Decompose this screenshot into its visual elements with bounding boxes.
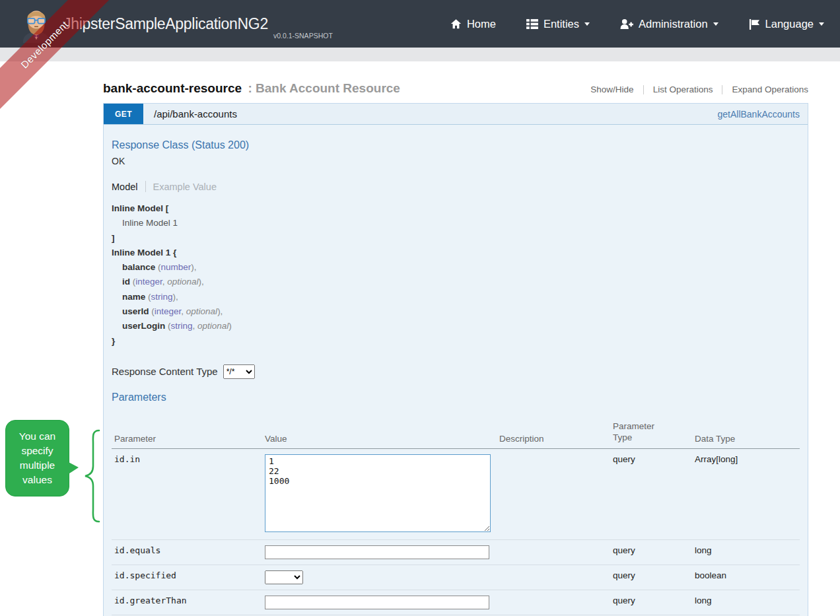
home-icon	[450, 18, 462, 30]
parameter-description	[497, 565, 610, 590]
parameter-value-cell	[262, 590, 497, 615]
flag-icon	[749, 18, 760, 30]
parameter-type: query	[610, 590, 692, 615]
schema-line: }	[112, 334, 800, 349]
nav-label: Home	[467, 18, 496, 30]
schema-line: ]	[112, 231, 800, 246]
nav-label: Language	[765, 18, 814, 30]
col-data-type: Data Type	[692, 417, 800, 448]
table-row: id.equalsquerylong	[112, 539, 800, 565]
multiple-values-tooltip: You can specify multiple values	[5, 420, 69, 496]
operation-nickname-link[interactable]: getAllBankAccounts	[717, 109, 800, 120]
nav-item-home[interactable]: Home	[450, 18, 496, 30]
id.equals-input[interactable]	[265, 545, 489, 559]
tab-example-value[interactable]: Example Value	[153, 182, 217, 192]
id.specified-select[interactable]	[265, 570, 303, 584]
nav-label: Administration	[639, 18, 708, 30]
response-content-type-select[interactable]: */*	[223, 364, 255, 379]
tooltip-tail	[67, 462, 79, 475]
data-type: long	[692, 539, 800, 565]
parameter-type: query	[610, 565, 692, 590]
parameters-table: Parameter Value Description Parameter Ty…	[112, 417, 800, 616]
schema-line: id (integer, optional),	[112, 275, 800, 289]
col-parameter: Parameter	[112, 417, 262, 448]
resource-header: bank-account-resource : Bank Account Res…	[103, 61, 808, 103]
parameter-name: id.greaterThan	[112, 590, 262, 615]
response-content-type-label: Response Content Type	[112, 366, 218, 377]
app-version: v0.0.1-SNAPSHOT	[273, 32, 333, 43]
schema-line: name (string),	[112, 290, 800, 304]
swagger-content: bank-account-resource : Bank Account Res…	[103, 61, 808, 616]
schema-line: balance (number),	[112, 260, 800, 275]
model-tabs: Model Example Value	[112, 181, 800, 192]
resource-id: bank-account-resource	[103, 81, 242, 95]
parameter-value-cell	[262, 448, 497, 539]
get-operation-panel: GET /api/bank-accounts getAllBankAccount…	[103, 103, 808, 616]
divider	[722, 85, 722, 94]
expand-operations-link[interactable]: Expand Operations	[732, 85, 808, 94]
id.greaterThan-input[interactable]	[265, 596, 489, 609]
data-type: boolean	[692, 565, 800, 590]
schema-line: Inline Model 1	[112, 216, 800, 230]
chevron-down-icon	[819, 22, 824, 28]
schema-line: userId (integer, optional),	[112, 304, 800, 319]
operation-content: Response Class (Status 200) OK Model Exa…	[104, 125, 808, 616]
jhipster-avatar-icon	[17, 5, 55, 43]
parameter-name: id.specified	[112, 565, 262, 590]
chevron-down-icon	[584, 22, 590, 28]
chevron-down-icon	[713, 22, 718, 28]
main-nav: Home Entities Administration	[450, 18, 824, 30]
app-title: JhipsterSampleApplicationNG2	[63, 15, 268, 33]
subnav-band	[0, 48, 840, 61]
schema-line: userLogin (string, optional)	[112, 319, 800, 333]
list-operations-link[interactable]: List Operations	[653, 85, 713, 94]
parameter-description	[497, 448, 610, 539]
parameters-header-row: Parameter Value Description Parameter Ty…	[112, 417, 800, 448]
schema-line: Inline Model [	[112, 201, 800, 216]
page-title: bank-account-resource : Bank Account Res…	[103, 81, 400, 96]
resource-links: Show/Hide List Operations Expand Operati…	[590, 85, 808, 94]
parameter-description	[497, 539, 610, 565]
table-row: id.inqueryArray[long]	[112, 448, 800, 539]
nav-item-language[interactable]: Language	[749, 18, 824, 30]
parameters-heading: Parameters	[112, 392, 800, 403]
tab-model[interactable]: Model	[112, 182, 138, 192]
divider	[643, 85, 644, 94]
brand[interactable]: JhipsterSampleApplicationNG2 v0.0.1-SNAP…	[17, 5, 333, 43]
list-icon	[526, 18, 538, 29]
nav-item-administration[interactable]: Administration	[620, 18, 718, 30]
response-content-type-row: Response Content Type */*	[112, 364, 800, 379]
parameter-description	[497, 590, 610, 615]
response-status-text: OK	[112, 156, 800, 166]
http-method-badge[interactable]: GET	[104, 104, 143, 124]
parameter-name: id.in	[112, 448, 262, 539]
model-schema: Inline Model [Inline Model 1]Inline Mode…	[112, 201, 800, 349]
parameter-type: query	[610, 448, 692, 539]
divider	[145, 181, 146, 192]
col-parameter-type: Parameter Type	[610, 417, 692, 448]
schema-line: Inline Model 1 {	[112, 246, 800, 260]
response-class-heading: Response Class (Status 200)	[112, 139, 800, 151]
data-type: long	[692, 590, 800, 615]
data-type: Array[long]	[692, 448, 800, 539]
parameter-type: query	[610, 539, 692, 565]
parameter-value-cell	[262, 565, 497, 590]
navbar: JhipsterSampleApplicationNG2 v0.0.1-SNAP…	[0, 0, 840, 48]
parameter-value-cell	[262, 539, 497, 565]
nav-item-entities[interactable]: Entities	[526, 18, 590, 30]
operation-path[interactable]: /api/bank-accounts	[154, 108, 237, 120]
table-row: id.specifiedqueryboolean	[112, 565, 800, 590]
show-hide-link[interactable]: Show/Hide	[590, 85, 633, 94]
id.in-textarea[interactable]	[265, 454, 491, 532]
col-value: Value	[262, 417, 497, 448]
tooltip-text: You can specify multiple values	[19, 430, 55, 485]
user-plus-icon	[620, 18, 633, 30]
operation-heading[interactable]: GET /api/bank-accounts getAllBankAccount…	[104, 104, 808, 125]
parameter-name: id.equals	[112, 539, 262, 565]
col-description: Description	[497, 417, 610, 448]
table-row: id.greaterThanquerylong	[112, 590, 800, 615]
nav-label: Entities	[543, 18, 579, 30]
annotation-brace	[82, 429, 102, 523]
resource-description: : Bank Account Resource	[248, 81, 400, 95]
